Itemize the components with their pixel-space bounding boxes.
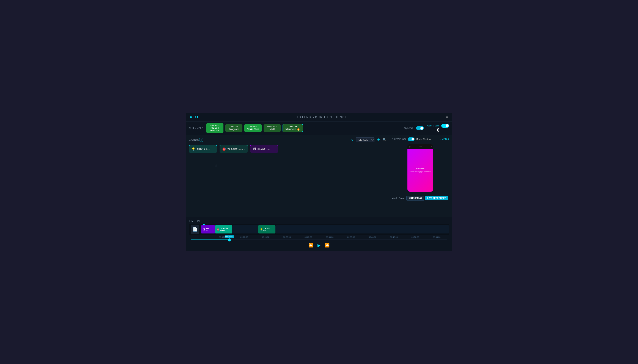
play-button[interactable]: ▶ [317,243,321,248]
app-logo: XEO [190,115,198,119]
phone-bar-text: XE [419,146,422,148]
target-block-info: TARGET mmm [220,228,228,232]
preview-tabs: Mobile Banner MARKETING LIVE RESPONSES [392,196,449,200]
target-name: mmm [239,148,245,151]
cards-add-button[interactable]: + [199,138,203,142]
ruler-tick-1500: 00:15:00 [255,236,276,238]
channel-btn-matt[interactable]: OFFLINE Matt [264,124,281,132]
card-trivia[interactable]: 💡 TRIVIA triv [189,145,217,153]
progress-handle[interactable]: 00:00:00 [228,238,231,242]
app-title: EXTEND YOUR EXPERIENCE [297,116,347,119]
ruler-tick-5000: 00:50:00 [405,236,426,238]
ruler-tick-2500: 00:25:00 [298,236,319,238]
main-area: CARDS + + ✎ DEFAULT 🗑 🔍 💡 TRIVIA [186,135,452,217]
media-content-toggle[interactable] [408,138,414,141]
timeline-block-target[interactable]: 🎯 TARGET mmm [215,225,232,234]
target-block-name: mmm [220,230,228,232]
channels-label: CHANNELS [189,127,203,130]
live-responses-tab[interactable]: LIVE RESPONSES [425,196,448,200]
image-type: IMAGE [258,148,266,150]
channel-btn-mauricio[interactable]: OFFLINE Mauricio 🔥 [283,124,303,132]
cards-toolbar-delete[interactable]: 🗑 [376,138,381,142]
file-icon: 📄 [193,227,197,232]
timeline-gap-2 [275,225,449,234]
image-block-icon: 🖼 [203,228,205,231]
cards-search-button[interactable]: 🔍 [383,138,386,142]
channel-sub: DEFAULT [209,130,221,132]
preview-label: PREVIEWS [392,138,406,140]
bottom-icon: ⊞ [215,163,217,167]
upload-icon: ↑ [438,138,439,140]
channel-name: Chris Test [247,128,259,131]
channel-btn-steven[interactable]: ONLINE Steven DEFAULT [206,123,224,133]
channel-status: ONLINE [209,124,221,126]
user-count-label: User Count [427,124,449,128]
trivia-block-info: TRIVIA triv [263,228,270,232]
menu-icon[interactable]: ≡ [446,115,448,119]
ruler-tick-2000: 00:20:00 [276,236,298,238]
progress-fill [191,240,229,240]
card-image[interactable]: 🖼 IMAGE zzz [250,145,278,153]
trivia-icon: 💡 [191,147,195,151]
timeline-track: 📄 🖼 IMA zzz 🎯 TARGET mmm [189,224,449,235]
synced-toggle[interactable] [416,126,424,130]
phone-menu: ≡ [431,146,432,148]
channels-bar: CHANNELS ONLINE Steven DEFAULT OFFLINE P… [186,122,452,135]
image-block-info: IMA zzz [206,228,209,232]
cards-toolbar-edit[interactable]: ✎ [350,138,354,142]
synced-label: Synced [404,127,412,130]
image-icon: 🖼 [253,147,256,151]
cards-dropdown[interactable]: DEFAULT [356,138,374,142]
cards-section: CARDS + + ✎ DEFAULT 🗑 🔍 💡 TRIVIA [186,135,389,217]
image-info: IMAGE zzz [258,147,271,151]
media-button-label: ↑ MEDIA [440,138,449,140]
right-controls: Synced User Count 0 [404,124,449,132]
timeline-block-image[interactable]: 🖼 IMA zzz [201,225,215,234]
progress-bar[interactable]: 00:00:00 [191,240,447,240]
media-toggle: Media Content [408,138,431,141]
phone-dot [409,146,410,148]
channel-name: Program [228,128,240,131]
phone-preview: XE ≡ Welcome! The next level content and… [407,144,433,192]
ruler-tick-5500: 00:55:00 [426,236,447,238]
marketing-tab[interactable]: MARKETING [406,196,424,200]
target-block-icon: 🎯 [217,228,219,231]
cards-toolbar-add[interactable]: + [344,138,348,142]
cards-grid: 💡 TRIVIA triv 🎯 TARGET mmm 🖼 [189,145,386,153]
ruler-tick-3000: 00:30:00 [319,236,340,238]
cards-header-row: CARDS + + ✎ DEFAULT 🗑 🔍 [189,138,386,142]
ruler-tick-3500: 00:35:00 [340,236,362,238]
cards-toolbar: + ✎ DEFAULT 🗑 🔍 [344,138,386,142]
channel-status: OFFLINE [286,125,300,128]
ruler-tick-1000: 00:10:00 [233,236,255,238]
transport-controls: ⏪ ▶ ⏩ [189,242,449,248]
target-icon: 🎯 [222,147,226,151]
timeline-placeholder-icon: 📄 [191,225,199,234]
target-block-type: TARGET [220,228,228,230]
phone-preview-container: XE ≡ Welcome! The next level content and… [392,144,449,192]
fast-forward-button[interactable]: ⏩ [325,243,330,248]
trivia-block-name: triv [263,230,270,232]
timeline-label: TIMELINE [189,220,449,222]
app-window: XEO EXTEND YOUR EXPERIENCE ≡ CHANNELS ON… [186,113,452,251]
time-badge: 00:00:00 [225,236,234,238]
preview-header: PREVIEWS Media Content ↑ ↑ MEDIA [392,138,449,141]
phone-sub-text: The next level content and more items he… [409,170,432,173]
card-target[interactable]: 🎯 TARGET mmm [220,145,248,153]
user-count-toggle[interactable] [441,124,449,128]
mobile-banner-label: Mobile Banner [392,197,405,200]
image-block-type: IMA [206,228,209,230]
channel-status: OFFLINE [266,125,278,128]
media-button[interactable]: ↑ ↑ MEDIA [438,138,449,140]
rewind-button[interactable]: ⏪ [308,243,313,248]
trivia-info: TRIVIA triv [197,147,210,151]
channel-btn-program[interactable]: OFFLINE Program [225,124,243,132]
preview-panel: PREVIEWS Media Content ↑ ↑ MEDIA XE ≡ [389,135,452,217]
cards-title: CARDS [189,138,199,141]
channel-btn-christest[interactable]: ONLINE Chris Test [244,124,262,132]
trivia-type: TRIVIA [197,148,205,150]
trivia-block-type: TRIVIA [263,228,270,230]
target-type: TARGET [228,148,238,150]
timeline-block-trivia[interactable]: 💡 TRIVIA triv [258,225,275,234]
channel-name: Steven [209,127,221,130]
